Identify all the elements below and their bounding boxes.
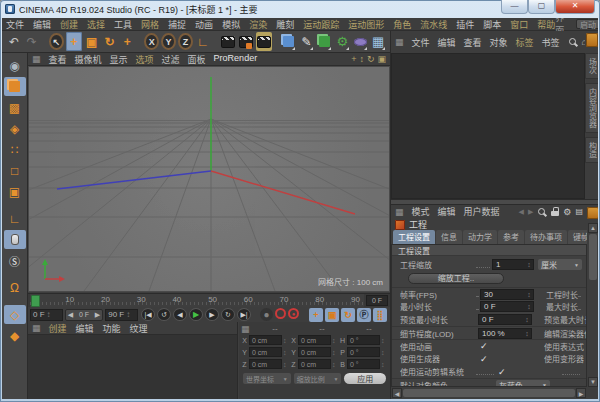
enable-axis-button[interactable]: ∟ <box>4 209 26 228</box>
apply-button[interactable]: 应用 <box>344 373 386 384</box>
object-manager-menu-item[interactable]: 对象 <box>490 36 508 49</box>
attribute-field[interactable]: 100 %↕ <box>478 328 532 339</box>
coords-field[interactable]: 0 cm <box>298 335 331 345</box>
dock-icon[interactable] <box>586 33 598 47</box>
viewport-menu-item[interactable]: 选项 <box>136 53 154 66</box>
lock-workplane-button[interactable]: ◆ <box>4 326 26 345</box>
menu-item[interactable]: 运动跟踪 <box>303 18 339 31</box>
menu-item[interactable]: 模拟 <box>222 18 240 31</box>
search-icon[interactable] <box>537 207 547 217</box>
goto-end-button[interactable]: ▶| <box>237 308 251 321</box>
viewport-pan-icon[interactable]: + <box>351 54 356 64</box>
live-selection-tool[interactable]: ↖ <box>49 33 64 50</box>
menu-item[interactable]: 雕刻 <box>276 18 294 31</box>
attribute-menu-item[interactable]: 编辑 <box>438 205 456 218</box>
render-view-button[interactable] <box>220 32 236 51</box>
dock-icon[interactable] <box>587 207 598 219</box>
key-rotation-toggle[interactable]: ↻ <box>341 308 355 322</box>
attribute-tab[interactable]: 信息 <box>436 230 462 244</box>
enable-snap-button[interactable]: Ⓢ <box>4 251 26 270</box>
material-menu-item[interactable]: 功能 <box>103 322 121 335</box>
coords-field[interactable]: 0 ° <box>347 335 380 345</box>
attribute-tab[interactable]: 待办事项 <box>525 230 567 244</box>
viewport-menu-item[interactable]: 摄像机 <box>75 53 102 66</box>
attribute-field[interactable]: 0 F↕ <box>480 301 534 312</box>
panel-icon[interactable]: ▦ <box>395 207 404 217</box>
coords-mode-select[interactable]: 世界坐标▼ <box>243 373 291 384</box>
viewport[interactable]: 网格尺寸 : 100 cm <box>28 66 390 292</box>
coords-field[interactable]: 0 ° <box>347 359 380 369</box>
back-icon[interactable]: ◀ <box>519 208 524 216</box>
dock-tab[interactable]: 场次 <box>585 53 599 79</box>
panel-icon[interactable]: ▦ <box>32 54 41 64</box>
lock-y-axis-button[interactable]: Y <box>161 33 176 50</box>
vertical-scrollbar[interactable]: ▲ ▼ <box>587 205 598 387</box>
quantize-button[interactable]: Ω <box>4 278 26 297</box>
key-position-toggle[interactable]: + <box>309 308 323 322</box>
make-editable-button[interactable]: ◉ <box>4 56 26 75</box>
menu-item[interactable]: 运动图形 <box>348 18 384 31</box>
menu-item[interactable]: 编辑 <box>33 18 51 31</box>
render-settings-button[interactable] <box>256 32 272 51</box>
lock-icon[interactable] <box>551 207 559 216</box>
material-menu-item[interactable]: 创建 <box>49 322 67 335</box>
timeline-ruler[interactable]: 0102030405060708090 <box>30 294 364 308</box>
play-backwards-button[interactable]: ↺ <box>157 308 171 321</box>
viewport-menu-item[interactable]: 面板 <box>188 53 206 66</box>
model-mode-button[interactable] <box>4 77 26 96</box>
dock-tab[interactable]: 构造 <box>585 137 599 163</box>
record-active-objects-button[interactable] <box>275 308 286 319</box>
material-menu-item[interactable]: 纹理 <box>130 322 148 335</box>
menu-item[interactable]: 窗口 <box>510 18 528 31</box>
viewport-rotate-icon[interactable]: ↻ <box>367 54 375 64</box>
object-manager-menu-item[interactable]: 查看 <box>464 36 482 49</box>
next-frame-button[interactable]: ▶ <box>205 308 219 321</box>
panel-icon[interactable]: ▦ <box>32 323 41 333</box>
last-used-tool[interactable]: + <box>119 32 135 51</box>
previous-frame-button[interactable]: ◀ <box>173 308 187 321</box>
start-frame-field[interactable]: 0 F↕ <box>30 309 63 321</box>
frame-slider[interactable]: ◀0 F▶ <box>65 309 103 321</box>
menu-item[interactable]: 插件 <box>456 18 474 31</box>
object-manager-menu-item[interactable]: 书签 <box>542 36 560 49</box>
scroll-up-icon[interactable]: ▲ <box>588 223 598 233</box>
undo-button[interactable]: ↶ <box>6 32 22 51</box>
workplane-button[interactable]: ◇ <box>4 305 26 324</box>
viewport-zoom-icon[interactable]: ↕ <box>359 54 364 64</box>
coords-field[interactable]: 0 ° <box>347 347 380 357</box>
coordinate-system-toggle[interactable]: ∟ <box>195 32 211 51</box>
panel-icon[interactable]: ▦ <box>241 324 250 334</box>
move-tool[interactable]: + <box>66 32 82 51</box>
project-scale-field[interactable]: 1↕ <box>492 259 534 270</box>
scale-tool[interactable]: ▣ <box>84 32 100 51</box>
menu-item[interactable]: 角色 <box>393 18 411 31</box>
attribute-menu-item[interactable]: 用户数据 <box>464 205 500 218</box>
scroll-down-icon[interactable]: ▼ <box>588 377 598 387</box>
viewport-menu-item[interactable]: 查看 <box>49 53 67 66</box>
key-pla-toggle[interactable]: ⣿ <box>373 308 387 322</box>
record-keyframe-button[interactable]: ● <box>260 308 273 321</box>
attribute-tab[interactable]: 参考 <box>498 230 524 244</box>
viewport-menu-item[interactable]: 过滤 <box>162 53 180 66</box>
attribute-field[interactable]: 30↕ <box>480 289 534 300</box>
primitive-object-menu[interactable] <box>281 32 297 51</box>
rotate-tool[interactable]: ↻ <box>102 32 118 51</box>
attribute-select[interactable]: 灰蓝色▼ <box>496 380 550 388</box>
menu-item[interactable]: 工具 <box>114 18 132 31</box>
object-list[interactable] <box>391 53 585 199</box>
attribute-checkbox[interactable]: ✓ <box>478 354 488 364</box>
spline-pen-menu[interactable]: ✎ <box>298 32 314 51</box>
coords-field[interactable]: 0 cm <box>249 347 282 357</box>
menu-item[interactable]: 捕捉 <box>168 18 186 31</box>
scale-project-button[interactable]: 缩放工程.. <box>408 273 504 284</box>
dock-tab[interactable]: 内容浏览器 <box>585 83 599 133</box>
minimize-button[interactable]: — <box>501 0 528 14</box>
deformers-menu[interactable] <box>352 32 368 51</box>
search-icon[interactable] <box>568 37 578 47</box>
coords-field[interactable]: 0 cm <box>298 347 331 357</box>
close-button[interactable]: ✕ <box>555 0 595 14</box>
edge-mode-button[interactable]: □ <box>4 161 26 180</box>
object-manager-menu-item[interactable]: 编辑 <box>438 36 456 49</box>
attribute-tab[interactable]: 动力学 <box>463 230 497 244</box>
scroll-right-icon[interactable]: ▶ <box>576 388 586 398</box>
